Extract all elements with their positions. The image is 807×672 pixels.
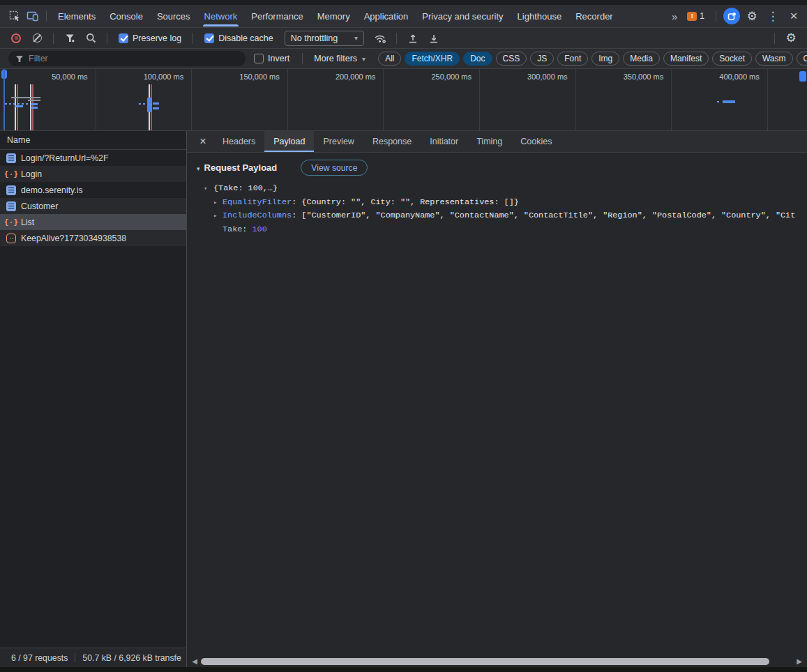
ai-assistance-icon[interactable] [723,8,740,24]
network-status-bar: 6 / 97 requests 50.7 kB / 6,926 kB trans… [0,648,186,667]
preserve-log-checkbox[interactable]: Preserve log [114,33,186,43]
throttling-value: No throttling [291,33,338,43]
overview-time-label: 100,000 ms [96,69,193,130]
scrollbar-track[interactable] [201,657,793,665]
colon: : [242,224,252,234]
main-tab[interactable]: Sources [150,5,197,27]
request-row[interactable]: List [0,214,186,230]
throttling-select[interactable]: No throttling ▾ [285,31,364,46]
main-tab[interactable]: Network [197,5,245,27]
name-column-header[interactable]: Name [0,131,186,150]
view-source-button[interactable]: View source [301,160,368,176]
detail-tab[interactable]: Headers [213,131,264,152]
issues-counter[interactable]: ! 1 [683,11,709,21]
chip-label: Font [564,54,581,63]
scrollbar-thumb[interactable] [201,658,769,665]
resource-type-chip[interactable]: Img [591,52,619,66]
main-tab[interactable]: Lighthouse [511,5,569,27]
issues-count: 1 [700,11,704,21]
window-top-strip [0,0,807,5]
chevron-down-icon: ▾ [354,34,358,42]
filter-toggle-icon[interactable] [61,30,79,47]
resource-type-chip[interactable]: Other [797,52,807,66]
payload-entry-row[interactable]: ▸IncludeColumns: ["CustomerID", "Company… [197,209,807,223]
request-row[interactable]: Login/?ReturnUrl=%2F [0,150,186,166]
close-devtools-icon[interactable]: × [785,7,803,25]
chip-label: CSS [503,54,520,63]
inspect-element-icon[interactable] [6,8,24,24]
request-name: List [21,217,34,227]
issues-badge-icon: ! [687,12,697,21]
settings-gear-icon[interactable]: ⚙ [743,7,761,25]
request-row[interactable]: KeepAlive?1773034938538 [0,230,186,246]
triangle-down-icon[interactable]: ▾ [204,183,210,196]
record-network-log-button[interactable] [7,30,25,47]
overview-time-label: 150,000 ms [192,69,288,130]
more-tabs-icon[interactable]: » [668,10,680,22]
close-detail-icon[interactable]: × [193,131,213,152]
resource-type-chip[interactable]: Wasm [755,52,793,66]
triangle-right-icon[interactable]: ▸ [213,210,220,223]
main-tab[interactable]: Privacy and security [415,5,510,27]
tabbar-right-controls: » ! 1 ⚙ ⋮ × [668,7,803,25]
divider [75,653,75,662]
resource-type-chip[interactable]: CSS [496,52,527,66]
chip-label: Doc [470,54,485,63]
request-row[interactable]: Customer [0,198,186,214]
scroll-right-icon[interactable]: ▶ [794,657,804,665]
collapse-section-icon[interactable]: ▾Request Payload [197,162,277,173]
resource-type-chip[interactable]: JS [530,52,554,66]
main-tab[interactable]: Recorder [568,5,619,27]
resource-type-chip[interactable]: Font [557,52,588,66]
request-row[interactable]: demo.serenity.is [0,182,186,198]
clear-network-log-button[interactable] [28,30,46,47]
main-tab[interactable]: Elements [51,5,103,27]
resource-type-chip[interactable]: Manifest [663,52,709,66]
disable-cache-checkbox[interactable]: Disable cache [200,33,278,43]
export-har-icon[interactable] [425,30,443,47]
scroll-left-icon[interactable]: ◀ [190,657,199,665]
search-icon[interactable] [82,30,100,47]
payload-entry-row[interactable]: ▸EqualityFilter: {Country: "", City: "",… [197,196,807,210]
checkbox-unchecked-icon [254,54,264,63]
resource-type-chips: AllFetch/XHRDocCSSJSFontImgMediaManifest… [378,52,807,66]
request-row[interactable]: Login [0,166,186,182]
selection-handle-right-icon[interactable] [799,71,806,82]
overview-time-label: 300,000 ms [480,69,576,130]
overview-time-label: 400,000 ms [672,69,768,130]
more-filters-button[interactable]: More filters ▾ [311,54,368,63]
payload-root-row[interactable]: ▾{Take: 100,…} [197,182,807,196]
detail-tab[interactable]: Initiator [421,131,467,152]
overview-time-label: 200,000 ms [288,69,384,130]
request-name: Login/?ReturnUrl=%2F [21,153,108,163]
device-toolbar-icon[interactable] [24,8,42,24]
network-overview-timeline[interactable]: 50,000 ms100,000 ms150,000 ms200,000 ms2… [0,69,807,131]
kebab-menu-icon[interactable]: ⋮ [764,7,782,25]
invert-checkbox[interactable]: Invert [250,54,294,63]
resource-type-chip[interactable]: Fetch/XHR [405,52,460,66]
detail-tab[interactable]: Response [363,131,421,152]
import-har-icon[interactable] [404,30,422,47]
chevron-down-icon: ▾ [362,55,365,63]
detail-tab[interactable]: Timing [467,131,511,152]
main-tab[interactable]: Performance [244,5,310,27]
main-tab[interactable]: Console [103,5,150,27]
name-column-label: Name [7,135,30,145]
detail-tab[interactable]: Cookies [511,131,561,152]
detail-tab[interactable]: Payload [264,131,314,152]
colon: : [292,197,301,207]
network-main-area: Name Login/?ReturnUrl=%2F Login demo.ser… [0,131,807,667]
resource-type-chip[interactable]: Socket [712,52,752,66]
network-conditions-icon[interactable] [371,30,389,47]
resource-type-chip[interactable]: Media [623,52,660,66]
main-tab[interactable]: Application [357,5,416,27]
network-settings-gear-icon[interactable]: ⚙ [782,29,800,47]
detail-tab[interactable]: Preview [314,131,363,152]
triangle-right-icon[interactable]: ▸ [213,197,220,210]
resource-type-chip[interactable]: Doc [463,52,492,66]
main-tab[interactable]: Memory [310,5,357,27]
filter-input[interactable] [29,54,239,63]
divider [46,10,47,22]
payload-entry-row[interactable]: ▸Take: 100 [197,223,807,237]
resource-type-chip[interactable]: All [378,52,401,66]
